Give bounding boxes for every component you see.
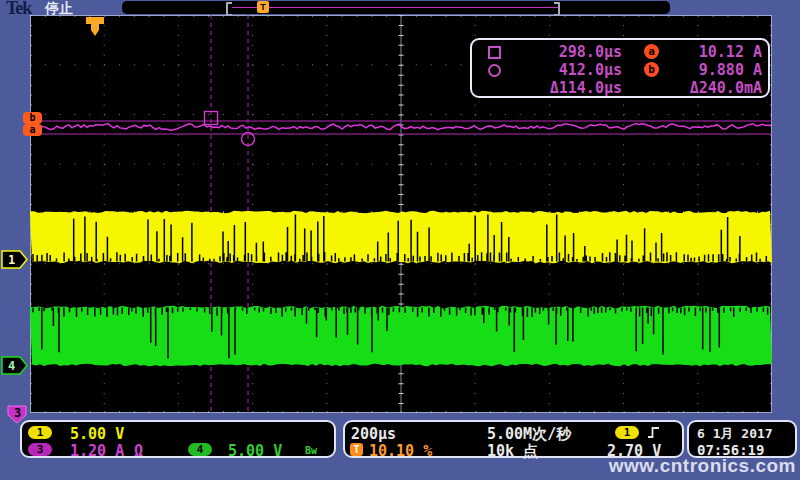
cursor-b-marker: b	[23, 112, 42, 124]
cursor-readout-row-a: 298.0µs a 10.12 A	[472, 43, 768, 61]
ch4-bandwidth-icon: Bw	[305, 445, 317, 456]
channel4-position-marker: 4	[1, 356, 28, 375]
cursor-readout-row-b: 412.0µs b 9.880 A	[472, 61, 768, 79]
record-view-waveform-line	[232, 7, 558, 8]
ch4-trace	[30, 306, 772, 367]
ch3-badge: 3	[28, 443, 52, 456]
trigger-source-badge: 1	[615, 426, 639, 439]
cursor-a-badge-icon: a	[644, 44, 659, 59]
ch1-scale: 5.00 V	[70, 425, 124, 443]
cursor-delta-time: Δ114.0µs	[512, 79, 622, 97]
cursor-a-marker: a	[23, 124, 42, 136]
timebase: 200µs	[351, 425, 396, 443]
record-trigger-position-icon: T	[257, 1, 269, 13]
svg-text:3: 3	[14, 406, 21, 420]
oscilloscope-screen: Tek 停止 T b a 1 4 3 298.0µs a 10.12 A 412…	[0, 0, 800, 480]
ch4-scale: 5.00 V	[228, 442, 282, 460]
trigger-position-badge-icon: T	[350, 443, 363, 456]
horizontal-trigger-status-box: 200µs 5.00M次/秒 1 T 10.10 % 10k 点 2.70 V	[343, 420, 684, 458]
ch4-badge: 4	[188, 443, 212, 456]
circle-cursor-icon	[488, 64, 501, 77]
record-view-right-bracket	[554, 2, 560, 16]
ch3-coupling: Ω	[134, 442, 143, 460]
datetime-box: 6 1月 2017 07:56:19	[687, 420, 797, 458]
square-cursor-icon	[488, 46, 501, 59]
cursor-a-time: 298.0µs	[512, 43, 622, 61]
date-label: 6 1月 2017	[697, 425, 773, 443]
trigger-slope-icon	[647, 426, 660, 439]
svg-text:4: 4	[8, 359, 15, 373]
watermark: www.cntronics.com	[609, 455, 796, 477]
channel1-position-marker: 1	[1, 250, 28, 269]
ch3-scale: 1.20 A	[70, 442, 124, 460]
record-view-left-bracket	[226, 2, 232, 16]
cursor-readout-box: 298.0µs a 10.12 A 412.0µs b 9.880 A Δ114…	[470, 38, 770, 98]
record-view-bar: T	[122, 1, 670, 14]
ch1-badge: 1	[28, 426, 52, 439]
cursor-b-badge-icon: b	[644, 62, 659, 77]
cursor-b-value: 9.880 A	[665, 61, 762, 79]
channel3-position-marker: 3	[7, 405, 28, 424]
cursor-a-value: 10.12 A	[665, 43, 762, 61]
record-length: 10k 点	[487, 442, 538, 461]
ch1-trace	[30, 211, 772, 264]
tek-logo: Tek	[6, 0, 31, 19]
cursor-delta-value: Δ240.0mA	[665, 79, 762, 97]
cursor-b-time: 412.0µs	[512, 61, 622, 79]
cursor-readout-row-delta: Δ114.0µs Δ240.0mA	[472, 79, 768, 97]
trigger-holdoff: 10.10 %	[369, 442, 432, 460]
vertical-status-box: 1 5.00 V 3 1.20 A Ω 4 5.00 V Bw	[20, 420, 336, 458]
svg-text:1: 1	[8, 253, 15, 267]
